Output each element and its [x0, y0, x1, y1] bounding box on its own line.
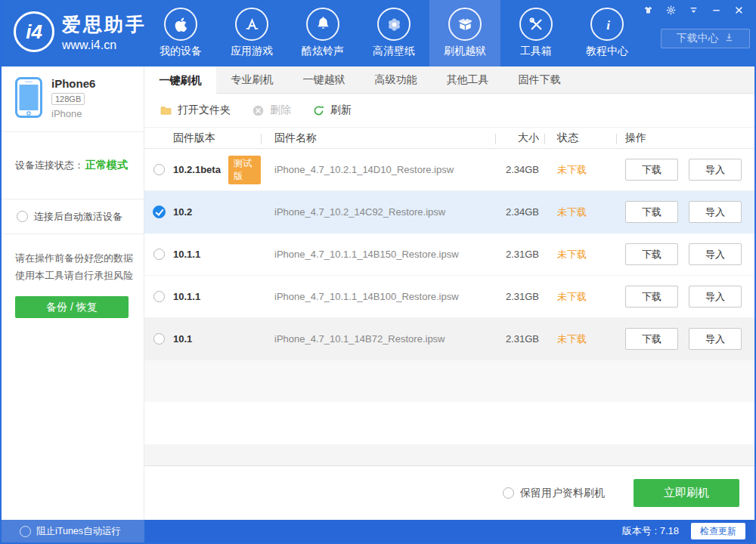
warning-line-2: 使用本工具请自行承担风险: [15, 267, 130, 284]
toolbar-open-folder[interactable]: 打开文件夹: [160, 104, 231, 117]
firmware-file-name: iPhone_4.7_10.1_14B72_Restore.ipsw: [261, 333, 495, 345]
itunes-block-label: 阻止iTunes自动运行: [36, 525, 121, 538]
firmware-select-radio[interactable]: [153, 206, 166, 218]
firmware-version: 10.2: [173, 206, 192, 218]
package-icon: [448, 8, 482, 41]
download-button[interactable]: 下载: [625, 243, 678, 265]
import-button[interactable]: 导入: [689, 286, 742, 308]
auto-activate-label: 连接后自动激活设备: [34, 210, 122, 224]
firmware-row[interactable]: 10.1.1 iPhone_4.7_10.1.1_14B150_Restore.…: [144, 233, 754, 276]
tab-one-key-flash[interactable]: 一键刷机: [144, 66, 216, 94]
toolbar-delete: 删除: [252, 104, 291, 117]
firmware-table-header: 固件版本 固件名称 大小 状态 操作: [144, 127, 754, 149]
tab-one-key-jailbreak[interactable]: 一键越狱: [288, 66, 360, 93]
nav-item-ringtones[interactable]: 酷炫铃声: [287, 0, 358, 66]
firmware-row[interactable]: 10.1.1 iPhone_4.7_10.1.1_14B100_Restore.…: [144, 276, 754, 318]
firmware-file-name: iPhone_4.7_10.2_14C92_Restore.ipsw: [261, 206, 495, 218]
app-subtitle: www.i4.cn: [62, 39, 147, 52]
col-header-action: 操作: [616, 131, 754, 145]
download-icon: [723, 32, 735, 45]
firmware-size: 2.31GB: [495, 333, 539, 345]
download-center-button[interactable]: 下载中心: [661, 29, 750, 48]
skin-button[interactable]: [639, 4, 658, 19]
firmware-size: 2.34GB: [495, 164, 539, 175]
toolbar-refresh[interactable]: 刷新: [312, 104, 352, 117]
firmware-select-radio[interactable]: [153, 249, 165, 260]
download-button[interactable]: 下载: [625, 286, 678, 308]
close-button[interactable]: [730, 4, 748, 19]
gear-icon: [665, 5, 677, 19]
main-panel: 一键刷机专业刷机一键越狱高级功能其他工具固件下载 打开文件夹 删除 刷新 固件版…: [144, 66, 754, 520]
auto-activate-radio[interactable]: [17, 211, 28, 222]
nav-item-tutorials[interactable]: i 教程中心: [572, 0, 643, 66]
apple-icon: [164, 8, 197, 41]
col-header-version: 固件版本: [173, 131, 261, 145]
firmware-toolbar: 打开文件夹 删除 刷新: [144, 94, 754, 127]
itunes-block-option[interactable]: 阻止iTunes自动运行: [2, 520, 144, 542]
firmware-table-body: 10.2.1beta测试版 iPhone_4.7_10.2.1_14D10_Re…: [144, 149, 754, 360]
firmware-select-radio[interactable]: [153, 291, 165, 302]
firmware-file-name: iPhone_4.7_10.1.1_14B100_Restore.ipsw: [261, 291, 495, 302]
delete-circle-icon: [252, 104, 265, 117]
nav-item-apps-games[interactable]: 应用游戏: [216, 0, 287, 66]
import-button[interactable]: 导入: [689, 328, 742, 350]
status-bar: 阻止iTunes自动运行 版本号 : 7.18 检查更新: [2, 520, 754, 542]
firmware-select-radio[interactable]: [153, 164, 165, 175]
settings-button[interactable]: [662, 4, 680, 19]
import-button[interactable]: 导入: [689, 201, 742, 223]
download-button[interactable]: 下载: [625, 201, 678, 223]
col-header-size: 大小: [495, 131, 539, 145]
col-header-name: 固件名称: [261, 131, 495, 145]
nav-item-my-devices[interactable]: 我的设备: [145, 0, 216, 66]
firmware-status: 未下载: [539, 248, 616, 261]
firmware-size: 2.31GB: [495, 291, 539, 302]
tab-pro-flash[interactable]: 专业刷机: [216, 66, 288, 93]
minimize-button[interactable]: [707, 4, 726, 19]
beta-badge: 测试版: [228, 156, 261, 184]
nav-item-toolbox[interactable]: 工具箱: [500, 0, 572, 66]
firmware-select-radio[interactable]: [153, 333, 165, 345]
firmware-status: 未下载: [539, 206, 616, 219]
backup-restore-button[interactable]: 备份 / 恢复: [15, 296, 129, 318]
folder-icon: [160, 104, 172, 117]
firmware-row[interactable]: 10.1 iPhone_4.7_10.1_14B72_Restore.ipsw …: [144, 318, 754, 360]
tab-bar: 一键刷机专业刷机一键越狱高级功能其他工具固件下载: [144, 66, 754, 94]
firmware-status: 未下载: [539, 163, 616, 177]
itunes-block-radio[interactable]: [20, 526, 31, 537]
tab-advanced[interactable]: 高级功能: [360, 66, 432, 93]
nav-item-flash-jailbreak[interactable]: 刷机越狱: [429, 0, 500, 66]
device-name: iPhone6: [51, 77, 95, 90]
auto-activate-option[interactable]: 连接后自动激活设备: [2, 199, 144, 234]
keep-data-radio[interactable]: [503, 487, 514, 499]
i4-logo-icon: i4: [14, 11, 54, 52]
empty-stripe: [144, 444, 754, 465]
titlebar-controls: [639, 4, 748, 19]
download-button[interactable]: 下载: [625, 159, 678, 181]
firmware-size: 2.34GB: [495, 206, 539, 218]
firmware-row[interactable]: 10.2 iPhone_4.7_10.2_14C92_Restore.ipsw …: [144, 191, 754, 233]
check-update-button[interactable]: 检查更新: [691, 523, 745, 539]
firmware-version: 10.1.1: [173, 291, 200, 302]
connection-status: 设备连接状态：正常模式: [2, 132, 144, 199]
device-capacity-badge: 128GB: [51, 93, 85, 105]
flash-now-button[interactable]: 立即刷机: [634, 479, 739, 507]
firmware-status: 未下载: [539, 290, 616, 304]
col-header-status: 状态: [539, 131, 616, 145]
import-button[interactable]: 导入: [689, 159, 742, 181]
refresh-icon: [312, 104, 325, 117]
download-button[interactable]: 下载: [625, 328, 678, 350]
tab-firmware-download[interactable]: 固件下载: [503, 66, 575, 93]
tab-other-tools[interactable]: 其他工具: [432, 66, 503, 93]
firmware-version: 10.1: [173, 333, 192, 345]
flash-action-bar: 保留用户资料刷机 立即刷机: [144, 465, 754, 520]
warning-line-1: 请在操作前备份好您的数据: [15, 249, 130, 267]
app-title: 爱思助手: [62, 12, 147, 37]
firmware-version: 10.2.1beta: [173, 164, 221, 175]
import-button[interactable]: 导入: [689, 243, 742, 265]
main-menu-button[interactable]: [684, 4, 703, 19]
nav-item-wallpapers[interactable]: 高清壁纸: [358, 0, 429, 66]
firmware-row[interactable]: 10.2.1beta测试版 iPhone_4.7_10.2.1_14D10_Re…: [144, 149, 754, 191]
empty-stripe: [144, 402, 754, 444]
device-card: iPhone6 128GB iPhone: [2, 66, 144, 132]
menu-down-icon: [688, 5, 699, 19]
